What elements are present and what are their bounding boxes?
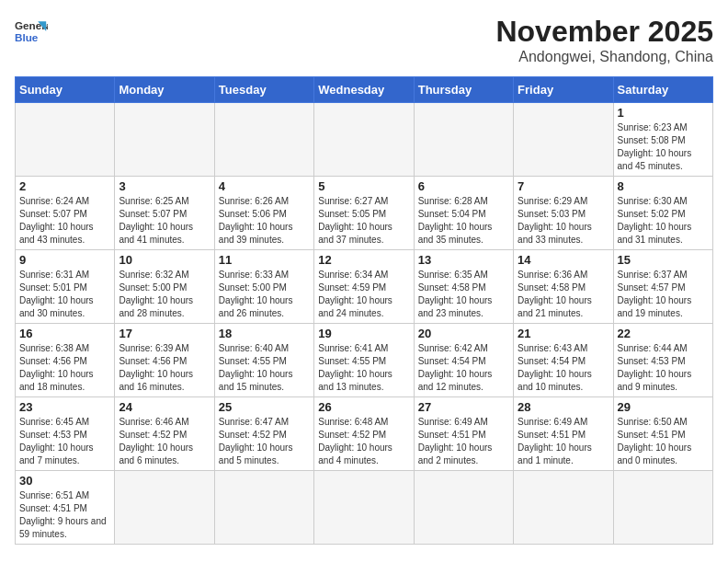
day-number: 13 [418, 253, 509, 267]
calendar-day-cell: 25Sunrise: 6:47 AMSunset: 4:52 PMDayligh… [214, 397, 313, 471]
day-info: Sunrise: 6:46 AMSunset: 4:52 PMDaylight:… [119, 416, 210, 467]
calendar-day-cell: 6Sunrise: 6:28 AMSunset: 5:04 PMDaylight… [414, 177, 513, 250]
day-number: 7 [518, 179, 609, 193]
calendar-day-cell: 15Sunrise: 6:37 AMSunset: 4:57 PMDayligh… [613, 250, 712, 324]
weekday-header-sunday: Sunday [16, 77, 115, 103]
calendar-day-cell: 29Sunrise: 6:50 AMSunset: 4:51 PMDayligh… [613, 397, 712, 471]
day-info: Sunrise: 6:45 AMSunset: 4:53 PMDaylight:… [19, 416, 110, 467]
day-number: 25 [219, 400, 310, 414]
calendar-title: November 2025 [495, 15, 713, 49]
calendar-day-cell: 8Sunrise: 6:30 AMSunset: 5:02 PMDaylight… [613, 177, 712, 250]
calendar-day-cell: 22Sunrise: 6:44 AMSunset: 4:53 PMDayligh… [613, 324, 712, 397]
calendar-week-row: 9Sunrise: 6:31 AMSunset: 5:01 PMDaylight… [16, 250, 713, 324]
day-info: Sunrise: 6:51 AMSunset: 4:51 PMDaylight:… [19, 489, 110, 541]
calendar-day-cell: 18Sunrise: 6:40 AMSunset: 4:55 PMDayligh… [214, 324, 313, 397]
calendar-day-cell: 3Sunrise: 6:25 AMSunset: 5:07 PMDaylight… [115, 177, 214, 250]
calendar-day-cell: 16Sunrise: 6:38 AMSunset: 4:56 PMDayligh… [16, 324, 115, 397]
day-info: Sunrise: 6:38 AMSunset: 4:56 PMDaylight:… [19, 342, 110, 394]
calendar-day-cell [314, 103, 414, 177]
weekday-header-row: SundayMondayTuesdayWednesdayThursdayFrid… [16, 77, 713, 103]
day-info: Sunrise: 6:32 AMSunset: 5:00 PMDaylight:… [119, 269, 210, 320]
day-info: Sunrise: 6:23 AMSunset: 5:08 PMDaylight:… [618, 121, 709, 173]
svg-text:Blue: Blue [15, 31, 39, 43]
calendar-day-cell: 17Sunrise: 6:39 AMSunset: 4:56 PMDayligh… [115, 324, 214, 397]
day-number: 6 [418, 179, 509, 193]
calendar-week-row: 30Sunrise: 6:51 AMSunset: 4:51 PMDayligh… [16, 471, 713, 545]
day-number: 12 [318, 253, 409, 267]
day-info: Sunrise: 6:29 AMSunset: 5:03 PMDaylight:… [518, 195, 609, 247]
day-info: Sunrise: 6:48 AMSunset: 4:52 PMDaylight:… [318, 416, 409, 467]
day-number: 29 [618, 400, 709, 414]
weekday-header-monday: Monday [115, 77, 214, 103]
day-number: 11 [219, 253, 310, 267]
calendar-day-cell: 27Sunrise: 6:49 AMSunset: 4:51 PMDayligh… [414, 397, 513, 471]
logo: General Blue [15, 15, 48, 48]
calendar-day-cell: 28Sunrise: 6:49 AMSunset: 4:51 PMDayligh… [514, 397, 613, 471]
calendar-day-cell: 12Sunrise: 6:34 AMSunset: 4:59 PMDayligh… [314, 250, 414, 324]
calendar-day-cell: 9Sunrise: 6:31 AMSunset: 5:01 PMDaylight… [16, 250, 115, 324]
day-info: Sunrise: 6:34 AMSunset: 4:59 PMDaylight:… [318, 269, 409, 320]
day-number: 18 [219, 327, 310, 340]
day-info: Sunrise: 6:47 AMSunset: 4:52 PMDaylight:… [219, 416, 310, 467]
weekday-header-thursday: Thursday [414, 77, 513, 103]
calendar-week-row: 16Sunrise: 6:38 AMSunset: 4:56 PMDayligh… [16, 324, 713, 397]
day-info: Sunrise: 6:35 AMSunset: 4:58 PMDaylight:… [418, 269, 509, 320]
day-number: 17 [119, 327, 210, 340]
calendar-day-cell: 23Sunrise: 6:45 AMSunset: 4:53 PMDayligh… [16, 397, 115, 471]
day-number: 4 [219, 179, 310, 193]
day-number: 2 [19, 179, 110, 193]
calendar-day-cell [214, 103, 313, 177]
calendar-week-row: 1Sunrise: 6:23 AMSunset: 5:08 PMDaylight… [16, 103, 713, 177]
calendar-table: SundayMondayTuesdayWednesdayThursdayFrid… [15, 76, 713, 545]
day-info: Sunrise: 6:40 AMSunset: 4:55 PMDaylight:… [219, 342, 310, 394]
calendar-day-cell [414, 471, 513, 545]
day-info: Sunrise: 6:50 AMSunset: 4:51 PMDaylight:… [618, 416, 709, 467]
day-info: Sunrise: 6:24 AMSunset: 5:07 PMDaylight:… [19, 195, 110, 247]
calendar-day-cell: 26Sunrise: 6:48 AMSunset: 4:52 PMDayligh… [314, 397, 414, 471]
day-info: Sunrise: 6:25 AMSunset: 5:07 PMDaylight:… [119, 195, 210, 247]
calendar-week-row: 2Sunrise: 6:24 AMSunset: 5:07 PMDaylight… [16, 177, 713, 250]
day-number: 28 [518, 400, 609, 414]
calendar-day-cell: 4Sunrise: 6:26 AMSunset: 5:06 PMDaylight… [214, 177, 313, 250]
logo-icon: General Blue [15, 15, 48, 48]
calendar-day-cell: 11Sunrise: 6:33 AMSunset: 5:00 PMDayligh… [214, 250, 313, 324]
day-number: 26 [318, 400, 409, 414]
calendar-day-cell: 19Sunrise: 6:41 AMSunset: 4:55 PMDayligh… [314, 324, 414, 397]
calendar-day-cell [115, 471, 214, 545]
day-info: Sunrise: 6:26 AMSunset: 5:06 PMDaylight:… [219, 195, 310, 247]
weekday-header-friday: Friday [514, 77, 613, 103]
calendar-day-cell: 14Sunrise: 6:36 AMSunset: 4:58 PMDayligh… [514, 250, 613, 324]
calendar-day-cell [214, 471, 313, 545]
day-number: 19 [318, 327, 409, 340]
weekday-header-saturday: Saturday [613, 77, 712, 103]
calendar-day-cell: 2Sunrise: 6:24 AMSunset: 5:07 PMDaylight… [16, 177, 115, 250]
day-info: Sunrise: 6:37 AMSunset: 4:57 PMDaylight:… [618, 269, 709, 320]
day-info: Sunrise: 6:44 AMSunset: 4:53 PMDaylight:… [618, 342, 709, 394]
day-number: 3 [119, 179, 210, 193]
weekday-header-wednesday: Wednesday [314, 77, 414, 103]
day-number: 22 [618, 327, 709, 340]
calendar-day-cell [314, 471, 414, 545]
day-info: Sunrise: 6:49 AMSunset: 4:51 PMDaylight:… [418, 416, 509, 467]
calendar-day-cell: 5Sunrise: 6:27 AMSunset: 5:05 PMDaylight… [314, 177, 414, 250]
calendar-day-cell [414, 103, 513, 177]
calendar-day-cell: 20Sunrise: 6:42 AMSunset: 4:54 PMDayligh… [414, 324, 513, 397]
calendar-day-cell [514, 103, 613, 177]
day-number: 14 [518, 253, 609, 267]
day-info: Sunrise: 6:27 AMSunset: 5:05 PMDaylight:… [318, 195, 409, 247]
day-number: 27 [418, 400, 509, 414]
day-info: Sunrise: 6:36 AMSunset: 4:58 PMDaylight:… [518, 269, 609, 320]
day-info: Sunrise: 6:33 AMSunset: 5:00 PMDaylight:… [219, 269, 310, 320]
calendar-day-cell: 30Sunrise: 6:51 AMSunset: 4:51 PMDayligh… [16, 471, 115, 545]
day-number: 20 [418, 327, 509, 340]
day-info: Sunrise: 6:43 AMSunset: 4:54 PMDaylight:… [518, 342, 609, 394]
day-info: Sunrise: 6:39 AMSunset: 4:56 PMDaylight:… [119, 342, 210, 394]
day-number: 9 [19, 253, 110, 267]
day-number: 10 [119, 253, 210, 267]
calendar-day-cell [514, 471, 613, 545]
calendar-day-cell: 21Sunrise: 6:43 AMSunset: 4:54 PMDayligh… [514, 324, 613, 397]
page-header: General Blue November 2025 Andongwei, Sh… [15, 15, 713, 65]
calendar-day-cell: 1Sunrise: 6:23 AMSunset: 5:08 PMDaylight… [613, 103, 712, 177]
calendar-subtitle: Andongwei, Shandong, China [495, 49, 713, 65]
calendar-day-cell [115, 103, 214, 177]
